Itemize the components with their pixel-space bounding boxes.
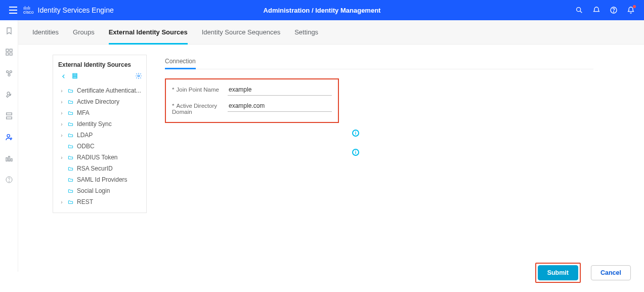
svg-rect-3 xyxy=(6,49,9,52)
folder-icon xyxy=(67,177,74,183)
breadcrumb: Administration / Identity Management xyxy=(264,7,381,14)
footer-buttons: Submit Cancel xyxy=(535,263,631,283)
cancel-button[interactable]: Cancel xyxy=(591,265,631,280)
rail-workcenter-icon[interactable] xyxy=(5,154,14,162)
alarm-icon[interactable] xyxy=(592,6,600,14)
svg-point-12 xyxy=(7,135,10,137)
input-join-point-name[interactable] xyxy=(228,85,332,96)
svg-rect-16 xyxy=(11,159,12,161)
chevron-right-icon: › xyxy=(59,133,64,138)
header-tools xyxy=(575,6,635,14)
tree-item[interactable]: ›REST xyxy=(56,196,144,207)
svg-rect-4 xyxy=(10,49,12,52)
tree-item-label: ODBC xyxy=(77,143,95,150)
tree-item[interactable]: ODBC xyxy=(56,141,144,152)
rail-dashboard-icon[interactable] xyxy=(5,48,14,56)
tree-panel: External Identity Sources ›Certi xyxy=(53,55,147,213)
detail-panel: Connection *Join Point Name *Active Dire… xyxy=(165,55,593,123)
svg-rect-21 xyxy=(73,77,77,78)
section-tabs: Identities Groups External Identity Sour… xyxy=(18,20,644,45)
product-name: Identity Services Engine xyxy=(38,6,114,14)
tree-item[interactable]: Social Login xyxy=(56,185,144,196)
svg-point-13 xyxy=(10,138,12,139)
content-area: External Identity Sources ›Certi xyxy=(18,45,644,292)
tab-identities[interactable]: Identities xyxy=(32,20,59,44)
rail-context-icon[interactable] xyxy=(5,69,14,77)
notifications-icon[interactable] xyxy=(627,6,635,14)
folder-icon xyxy=(67,99,74,105)
folder-icon xyxy=(67,166,74,172)
chevron-right-icon: › xyxy=(59,199,64,205)
label-ad-domain: *Active Directory Domain xyxy=(172,101,228,115)
tree-toolbar xyxy=(53,71,146,84)
tree-item[interactable]: ›Active Directory xyxy=(56,96,144,107)
folder-icon xyxy=(67,155,74,160)
tree-item[interactable]: ›Certificate Authenticat... xyxy=(56,85,144,96)
tree-item[interactable]: ›Identity Sync xyxy=(56,118,144,130)
label-join-point-name: *Join Point Name xyxy=(172,85,228,93)
svg-rect-20 xyxy=(73,75,77,76)
input-ad-domain[interactable] xyxy=(228,101,332,112)
tree-item-label: SAML Id Providers xyxy=(77,176,127,183)
folder-icon xyxy=(67,133,74,138)
tree-action-icon[interactable] xyxy=(71,72,78,81)
folder-icon xyxy=(67,188,74,194)
info-icon-join-point[interactable]: i xyxy=(352,130,359,137)
cisco-logo-text: ılıılıcisco xyxy=(23,6,34,14)
tab-external-identity-sources[interactable]: External Identity Sources xyxy=(109,20,188,44)
tree-item[interactable]: ›MFA xyxy=(56,107,144,118)
svg-rect-6 xyxy=(10,53,12,55)
search-icon[interactable] xyxy=(575,6,583,14)
connection-form-highlight: *Join Point Name *Active Directory Domai… xyxy=(165,78,339,123)
chevron-right-icon: › xyxy=(59,110,64,116)
chevron-right-icon: › xyxy=(59,155,64,160)
folder-icon xyxy=(67,88,74,94)
chevron-right-icon: › xyxy=(59,99,64,105)
tree-item[interactable]: ›LDAP xyxy=(56,130,144,141)
svg-point-0 xyxy=(577,8,581,12)
tree-gear-icon[interactable] xyxy=(135,72,142,81)
svg-point-2 xyxy=(613,12,614,12)
folder-icon xyxy=(67,199,74,205)
left-rail xyxy=(0,20,18,272)
folder-icon xyxy=(67,144,74,149)
tab-settings[interactable]: Settings xyxy=(294,20,318,44)
rail-policy-icon[interactable] xyxy=(5,112,14,120)
submit-button[interactable]: Submit xyxy=(538,265,578,280)
rail-tools-icon[interactable] xyxy=(5,91,14,99)
svg-point-22 xyxy=(138,75,140,77)
tree-item-label: Identity Sync xyxy=(77,120,112,128)
rail-admin-icon[interactable] xyxy=(5,133,14,141)
tree-item[interactable]: ›RADIUS Token xyxy=(56,152,144,163)
tree-item-label: LDAP xyxy=(77,132,93,139)
help-icon[interactable] xyxy=(610,6,618,14)
chevron-right-icon: › xyxy=(59,121,64,127)
hamburger-icon[interactable] xyxy=(9,7,17,14)
tab-groups[interactable]: Groups xyxy=(73,20,95,44)
tree-item-label: REST xyxy=(77,198,93,205)
tree-item-label: RSA SecurID xyxy=(77,165,113,172)
svg-rect-5 xyxy=(6,53,9,55)
top-header: ılıılıcisco Identity Services Engine Adm… xyxy=(0,0,644,20)
svg-rect-15 xyxy=(8,156,10,161)
svg-rect-14 xyxy=(6,158,8,161)
tree-item-label: Active Directory xyxy=(77,98,119,105)
detail-tabs: Connection xyxy=(165,55,593,69)
tree-back-icon[interactable] xyxy=(61,73,66,80)
rail-bookmark-icon[interactable] xyxy=(5,27,14,35)
info-icon-ad-domain[interactable]: i xyxy=(352,149,359,156)
tree-item-label: Social Login xyxy=(77,187,110,194)
tree-item-label: Certificate Authenticat... xyxy=(77,87,141,94)
chevron-right-icon: › xyxy=(59,88,64,94)
svg-point-18 xyxy=(9,181,9,182)
svg-rect-19 xyxy=(73,73,77,74)
tree-list: ›Certificate Authenticat...›Active Direc… xyxy=(53,84,146,207)
rail-help-icon[interactable] xyxy=(5,176,14,184)
tab-identity-source-sequences[interactable]: Identity Source Sequences xyxy=(202,20,280,44)
product-brand: ılıılıcisco Identity Services Engine xyxy=(23,6,114,14)
folder-icon xyxy=(67,121,74,127)
tree-item[interactable]: RSA SecurID xyxy=(56,163,144,174)
svg-point-9 xyxy=(8,74,10,76)
tree-item[interactable]: SAML Id Providers xyxy=(56,174,144,185)
detail-tab-connection[interactable]: Connection xyxy=(165,55,196,69)
